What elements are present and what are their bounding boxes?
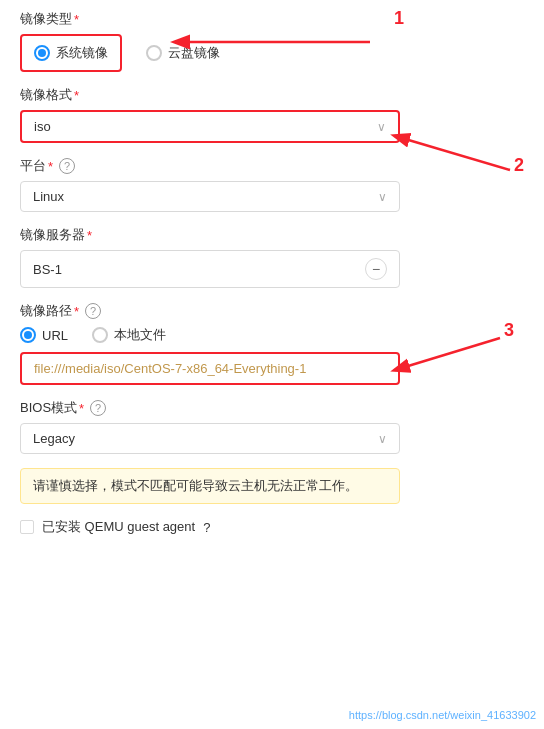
mirror-type-section: 镜像类型 * 系统镜像 云盘镜像	[20, 10, 524, 72]
mirror-path-label: 镜像路径	[20, 302, 72, 320]
mirror-format-required: *	[74, 88, 79, 103]
mirror-server-label: 镜像服务器	[20, 226, 85, 244]
mirror-server-label-row: 镜像服务器 *	[20, 226, 524, 244]
platform-select[interactable]: Linux ∨	[20, 181, 400, 212]
mirror-server-input[interactable]: BS-1 −	[20, 250, 400, 288]
mirror-format-label-row: 镜像格式 *	[20, 86, 524, 104]
bios-mode-value: Legacy	[33, 431, 75, 446]
mirror-format-chevron: ∨	[377, 120, 386, 134]
mirror-type-label-row: 镜像类型 *	[20, 10, 524, 28]
mirror-type-required: *	[74, 12, 79, 27]
bios-mode-section: BIOS模式 * ? Legacy ∨	[20, 399, 524, 454]
platform-label: 平台	[20, 157, 46, 175]
qemu-agent-section: 已安装 QEMU guest agent ?	[20, 518, 524, 536]
system-image-radio[interactable]	[34, 45, 50, 61]
bios-mode-required: *	[79, 401, 84, 416]
bios-mode-chevron: ∨	[378, 432, 387, 446]
local-file-label: 本地文件	[114, 326, 166, 344]
cloud-disk-radio[interactable]	[146, 45, 162, 61]
platform-required: *	[48, 159, 53, 174]
local-file-option[interactable]: 本地文件	[92, 326, 166, 344]
mirror-format-label: 镜像格式	[20, 86, 72, 104]
mirror-path-section: 镜像路径 * ? URL 本地文件 file:///media/iso/Cent…	[20, 302, 524, 385]
system-image-label: 系统镜像	[56, 44, 108, 62]
bios-mode-select[interactable]: Legacy ∨	[20, 423, 400, 454]
mirror-format-section: 镜像格式 * iso ∨	[20, 86, 524, 143]
warning-section: 请谨慎选择，模式不匹配可能导致云主机无法正常工作。	[20, 468, 524, 504]
url-radio[interactable]	[20, 327, 36, 343]
qemu-agent-checkbox[interactable]	[20, 520, 34, 534]
annotation-1: 1	[394, 8, 404, 29]
watermark: https://blog.csdn.net/weixin_41633902	[349, 709, 536, 721]
mirror-type-radio-group: 系统镜像 云盘镜像	[20, 34, 524, 72]
bios-mode-label-row: BIOS模式 * ?	[20, 399, 524, 417]
platform-label-row: 平台 * ?	[20, 157, 524, 175]
mirror-server-required: *	[87, 228, 92, 243]
annotation-3: 3	[504, 320, 514, 341]
annotation-2: 2	[514, 155, 524, 176]
url-input-field[interactable]: file:///media/iso/CentOS-7-x86_64-Everyt…	[20, 352, 400, 385]
mirror-path-help-icon[interactable]: ?	[85, 303, 101, 319]
qemu-agent-row: 已安装 QEMU guest agent ?	[20, 518, 524, 536]
platform-section: 平台 * ? Linux ∨	[20, 157, 524, 212]
system-image-option[interactable]: 系统镜像	[20, 34, 122, 72]
cloud-disk-option[interactable]: 云盘镜像	[146, 44, 220, 62]
mirror-server-minus-button[interactable]: −	[365, 258, 387, 280]
platform-value: Linux	[33, 189, 64, 204]
mirror-type-label: 镜像类型	[20, 10, 72, 28]
cloud-disk-label: 云盘镜像	[168, 44, 220, 62]
bios-mode-label: BIOS模式	[20, 399, 77, 417]
bios-warning-box: 请谨慎选择，模式不匹配可能导致云主机无法正常工作。	[20, 468, 400, 504]
mirror-path-label-row: 镜像路径 * ?	[20, 302, 524, 320]
mirror-format-select[interactable]: iso ∨	[20, 110, 400, 143]
url-label: URL	[42, 328, 68, 343]
mirror-server-section: 镜像服务器 * BS-1 −	[20, 226, 524, 288]
mirror-path-required: *	[74, 304, 79, 319]
bios-mode-help-icon[interactable]: ?	[90, 400, 106, 416]
local-file-radio[interactable]	[92, 327, 108, 343]
url-option[interactable]: URL	[20, 327, 68, 343]
mirror-path-options: URL 本地文件	[20, 326, 524, 344]
qemu-agent-help-icon[interactable]: ?	[203, 520, 210, 535]
qemu-agent-label: 已安装 QEMU guest agent	[42, 518, 195, 536]
platform-chevron: ∨	[378, 190, 387, 204]
bios-warning-text: 请谨慎选择，模式不匹配可能导致云主机无法正常工作。	[33, 478, 358, 493]
mirror-server-value: BS-1	[33, 262, 62, 277]
platform-help-icon[interactable]: ?	[59, 158, 75, 174]
url-value: file:///media/iso/CentOS-7-x86_64-Everyt…	[34, 361, 306, 376]
mirror-format-value: iso	[34, 119, 51, 134]
